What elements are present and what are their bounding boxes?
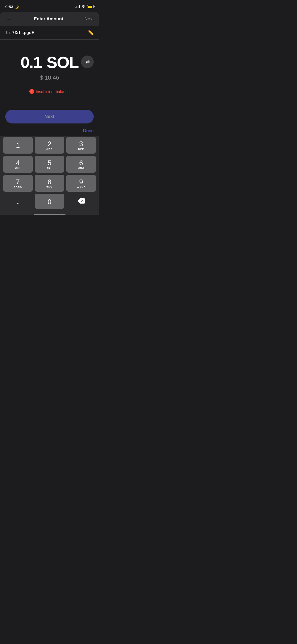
back-button[interactable]: ← (5, 15, 13, 23)
page-title: Enter Amount (34, 16, 63, 22)
status-time: 9:53 🌙 (5, 4, 19, 9)
numpad-key-0[interactable]: 0 (35, 194, 64, 209)
numpad-key-8[interactable]: 8TUV (35, 175, 64, 192)
swap-icon: ⇅ (84, 60, 90, 64)
numpad: 12ABC3DEF4GHI5JKL6MNO7PQRS8TUV9WXYZ.0 (0, 136, 99, 212)
amount-value[interactable]: 0.1 (21, 53, 42, 72)
battery-icon: ⚡ (87, 5, 94, 8)
numpad-backspace[interactable] (66, 194, 96, 209)
amount-section: 0.1 SOL $ 10.46 ⇅ i Insufficient balance (0, 40, 99, 102)
error-message: i Insufficient balance (29, 89, 69, 94)
signal-icon (75, 5, 80, 8)
text-cursor (44, 54, 44, 72)
numpad-key-7[interactable]: 7PQRS (3, 175, 33, 192)
numpad-key-1[interactable]: 1 (3, 137, 33, 154)
numpad-key-6[interactable]: 6MNO (66, 156, 96, 173)
wifi-icon (81, 5, 86, 9)
numpad-key-3[interactable]: 3DEF (66, 137, 96, 154)
recipient-info: To: 7Xrt...pgdE (5, 30, 34, 35)
home-indicator (0, 212, 99, 215)
moon-icon: 🌙 (15, 5, 19, 9)
error-icon: i (29, 89, 34, 94)
status-icons: ⚡ (75, 5, 94, 9)
error-text: Insufficient balance (36, 89, 69, 94)
amount-display: 0.1 SOL (21, 53, 79, 72)
home-bar (34, 214, 65, 215)
numpad-dot[interactable]: . (3, 194, 33, 209)
to-label: To: (5, 30, 11, 35)
time-label: 9:53 (5, 4, 13, 9)
nav-header: ← Enter Amount Next (0, 12, 99, 26)
recipient-address: 7Xrt...pgdE (12, 30, 34, 35)
numpad-key-5[interactable]: 5JKL (35, 156, 64, 173)
numpad-key-9[interactable]: 9WXYZ (66, 175, 96, 192)
done-button[interactable]: Done (83, 128, 94, 134)
next-button-container: Next (0, 102, 99, 126)
numpad-key-2[interactable]: 2ABC (35, 137, 64, 154)
recipient-row: To: 7Xrt...pgdE ✏️ (0, 26, 99, 40)
numpad-key-4[interactable]: 4GHI (3, 156, 33, 173)
done-row: Done (0, 126, 99, 136)
edit-icon[interactable]: ✏️ (88, 30, 94, 36)
nav-next-button[interactable]: Next (84, 16, 94, 22)
status-bar: 9:53 🌙 ⚡ (0, 0, 99, 12)
amount-currency: SOL (46, 53, 78, 72)
amount-usd: $ 10.46 (40, 74, 59, 81)
next-button[interactable]: Next (5, 110, 94, 123)
swap-currency-button[interactable]: ⇅ (81, 56, 94, 68)
